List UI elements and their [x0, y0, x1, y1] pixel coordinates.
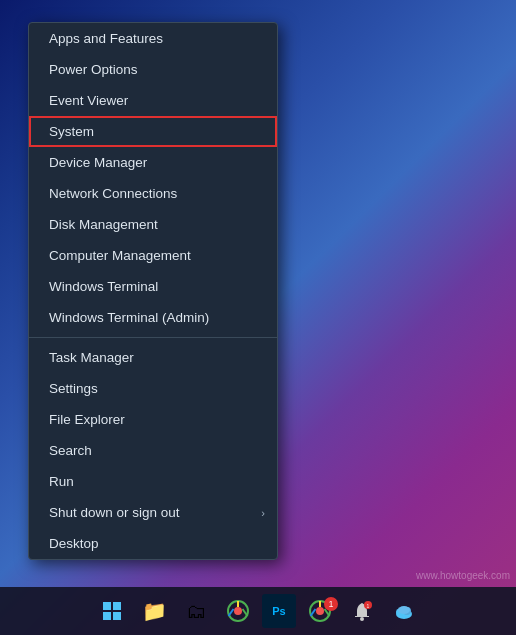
svg-point-14 — [360, 617, 364, 621]
taskbar-notification[interactable]: 1 — [344, 593, 380, 629]
taskbar-center: 📁 🗂 Ps — [94, 593, 422, 629]
svg-rect-2 — [103, 612, 111, 620]
menu-item-label-run: Run — [49, 474, 74, 489]
menu-item-label-search: Search — [49, 443, 92, 458]
menu-item-label-task-manager: Task Manager — [49, 350, 134, 365]
menu-item-windows-terminal[interactable]: Windows Terminal — [29, 271, 277, 302]
menu-item-arrow-shut-down: › — [261, 507, 265, 519]
menu-item-label-network-connections: Network Connections — [49, 186, 177, 201]
menu-item-label-shut-down: Shut down or sign out — [49, 505, 180, 520]
menu-item-label-event-viewer: Event Viewer — [49, 93, 128, 108]
svg-point-10 — [316, 607, 324, 615]
menu-item-device-manager[interactable]: Device Manager — [29, 147, 277, 178]
menu-item-search[interactable]: Search — [29, 435, 277, 466]
menu-item-label-file-explorer: File Explorer — [49, 412, 125, 427]
menu-item-label-system: System — [49, 124, 94, 139]
menu-item-label-device-manager: Device Manager — [49, 155, 147, 170]
taskbar-network[interactable] — [386, 593, 422, 629]
menu-item-label-desktop: Desktop — [49, 536, 99, 551]
watermark: www.howtogeek.com — [416, 570, 510, 581]
taskbar-folder[interactable]: 🗂 — [178, 593, 214, 629]
svg-rect-3 — [113, 612, 121, 620]
menu-item-label-settings: Settings — [49, 381, 98, 396]
desktop: Apps and FeaturesPower OptionsEvent View… — [0, 0, 516, 635]
menu-item-disk-management[interactable]: Disk Management — [29, 209, 277, 240]
menu-item-power-options[interactable]: Power Options — [29, 54, 277, 85]
context-menu: Apps and FeaturesPower OptionsEvent View… — [28, 22, 278, 560]
taskbar-file-explorer[interactable]: 📁 — [136, 593, 172, 629]
menu-item-label-power-options: Power Options — [49, 62, 138, 77]
menu-item-event-viewer[interactable]: Event Viewer — [29, 85, 277, 116]
taskbar-chrome2-wrap: 1 — [302, 593, 338, 629]
menu-item-label-windows-terminal-admin: Windows Terminal (Admin) — [49, 310, 209, 325]
menu-item-computer-management[interactable]: Computer Management — [29, 240, 277, 271]
svg-line-12 — [311, 609, 316, 616]
svg-rect-0 — [103, 602, 111, 610]
menu-item-run[interactable]: Run — [29, 466, 277, 497]
start-button[interactable] — [94, 593, 130, 629]
menu-item-desktop[interactable]: Desktop — [29, 528, 277, 559]
menu-item-label-apps-features: Apps and Features — [49, 31, 163, 46]
menu-item-label-disk-management: Disk Management — [49, 217, 158, 232]
chrome2-badge: 1 — [324, 597, 338, 611]
svg-line-7 — [229, 609, 234, 616]
taskbar-chrome[interactable] — [220, 593, 256, 629]
svg-point-20 — [398, 606, 410, 614]
menu-item-label-windows-terminal: Windows Terminal — [49, 279, 158, 294]
svg-point-5 — [234, 607, 242, 615]
taskbar-notification-wrap: 1 — [344, 593, 380, 629]
menu-separator-windows-terminal-admin — [29, 337, 277, 338]
menu-item-shut-down[interactable]: Shut down or sign out› — [29, 497, 277, 528]
menu-item-network-connections[interactable]: Network Connections — [29, 178, 277, 209]
menu-item-label-computer-management: Computer Management — [49, 248, 191, 263]
svg-rect-1 — [113, 602, 121, 610]
svg-text:1: 1 — [367, 603, 370, 609]
menu-item-settings[interactable]: Settings — [29, 373, 277, 404]
menu-item-system[interactable]: System — [29, 116, 277, 147]
menu-item-apps-features[interactable]: Apps and Features — [29, 23, 277, 54]
svg-line-8 — [243, 609, 248, 616]
menu-item-file-explorer[interactable]: File Explorer — [29, 404, 277, 435]
taskbar: 📁 🗂 Ps — [0, 587, 516, 635]
menu-item-windows-terminal-admin[interactable]: Windows Terminal (Admin) — [29, 302, 277, 333]
taskbar-photoshop[interactable]: Ps — [262, 594, 296, 628]
menu-item-task-manager[interactable]: Task Manager — [29, 342, 277, 373]
